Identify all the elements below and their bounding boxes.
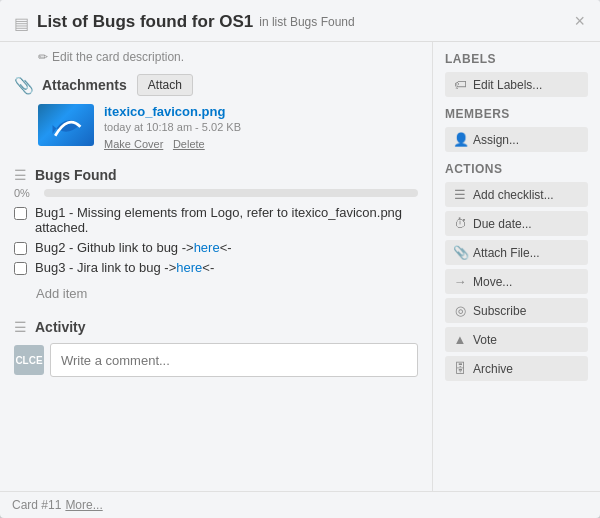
modal-header: ▤ List of Bugs found for OS1 in list Bug… [0,0,600,42]
edit-labels-button[interactable]: 🏷 Edit Labels... [445,72,588,97]
comment-input[interactable] [50,343,418,377]
attach-file-button[interactable]: 📎 Attach File... [445,240,588,265]
eye-icon: ◎ [453,303,467,318]
add-checklist-button[interactable]: ☰ Add checklist... [445,182,588,207]
more-link[interactable]: More... [65,498,102,512]
checklist-item-text-3: Bug3 - Jira link to bug ->here<- [35,260,214,275]
assign-button[interactable]: 👤 Assign... [445,127,588,152]
attachment-meta: today at 10:18 am - 5.02 KB [104,121,418,133]
checklist-items: Bug1 - Missing elements from Logo, refer… [14,205,418,275]
due-date-button[interactable]: ⏱ Due date... [445,211,588,236]
label-icon: 🏷 [453,77,467,92]
arrow-icon: → [453,274,467,289]
checklist-item: Bug2 - Github link to bug ->here<- [14,240,418,255]
title-text: List of Bugs found for OS1 [37,12,253,32]
close-button[interactable]: × [569,10,590,32]
checklist-checkbox-1[interactable] [14,207,27,220]
card-icon: ▤ [14,14,29,33]
comment-row: CLCE [14,343,418,377]
members-section-title: Members [445,107,588,121]
checklist-checkbox-3[interactable] [14,262,27,275]
activity-section: ☰ Activity CLCE [14,319,418,377]
pencil-icon: ✏ [38,50,48,64]
activity-header: ☰ Activity [14,319,418,335]
attachments-section: 📎 Attachments Attach itexico_favicon.png… [14,74,418,151]
main-column: ✏ Edit the card description. 📎 Attachmen… [0,42,432,491]
progress-bar-container: 0% [14,187,418,199]
attachment-icon: 📎 [14,76,34,95]
card-modal: ▤ List of Bugs found for OS1 in list Bug… [0,0,600,518]
card-number: Card #11 [12,498,61,512]
clock-icon: ⏱ [453,216,467,231]
edit-description-link[interactable]: ✏ Edit the card description. [38,50,418,64]
checklist-section: ☰ Bugs Found 0% Bug1 - Missing elements … [14,167,418,303]
sidebar-column: Labels 🏷 Edit Labels... Members 👤 Assign… [432,42,600,491]
delete-attachment-link[interactable]: Delete [173,138,205,150]
checklist-checkbox-2[interactable] [14,242,27,255]
archive-icon: 🗄 [453,361,467,376]
attachment-actions: Make Cover Delete [104,136,418,151]
attachment-item: itexico_favicon.png today at 10:18 am - … [38,104,418,151]
archive-button[interactable]: 🗄 Archive [445,356,588,381]
checklist-item-text-1: Bug1 - Missing elements from Logo, refer… [35,205,418,235]
attachments-title: Attachments [42,77,127,93]
thumbsup-icon: ▲ [453,332,467,347]
checklist-title: Bugs Found [35,167,117,183]
attach-button[interactable]: Attach [137,74,193,96]
paperclip-icon: 📎 [453,245,467,260]
jira-link[interactable]: here [176,260,202,275]
actions-section-title: Actions [445,162,588,176]
subscribe-button[interactable]: ◎ Subscribe [445,298,588,323]
user-avatar: CLCE [14,345,44,375]
move-button[interactable]: → Move... [445,269,588,294]
github-link[interactable]: here [194,240,220,255]
progress-percent: 0% [14,187,38,199]
card-footer: Card #11 More... [0,491,600,518]
header-text: List of Bugs found for OS1 in list Bugs … [37,12,564,32]
make-cover-link[interactable]: Make Cover [104,138,163,150]
progress-bar-background [44,189,418,197]
checklist-item: Bug1 - Missing elements from Logo, refer… [14,205,418,235]
modal-body: ✏ Edit the card description. 📎 Attachmen… [0,42,600,491]
attachments-header: 📎 Attachments Attach [14,74,418,96]
in-list-label: in list Bugs Found [259,15,354,29]
checklist-header: ☰ Bugs Found [14,167,418,183]
labels-section-title: Labels [445,52,588,66]
attachment-thumbnail [38,104,94,146]
activity-icon: ☰ [14,319,27,335]
attachment-filename[interactable]: itexico_favicon.png [104,104,225,119]
checklist-item-text-2: Bug2 - Github link to bug ->here<- [35,240,232,255]
checklist-item: Bug3 - Jira link to bug ->here<- [14,260,418,275]
person-icon: 👤 [453,132,467,147]
attachment-info: itexico_favicon.png today at 10:18 am - … [104,104,418,151]
activity-title: Activity [35,319,86,335]
modal-title: List of Bugs found for OS1 in list Bugs … [37,12,564,32]
checklist-icon: ☰ [453,187,467,202]
vote-button[interactable]: ▲ Vote [445,327,588,352]
checklist-icon: ☰ [14,167,27,183]
add-item-button[interactable]: Add item [36,284,87,303]
